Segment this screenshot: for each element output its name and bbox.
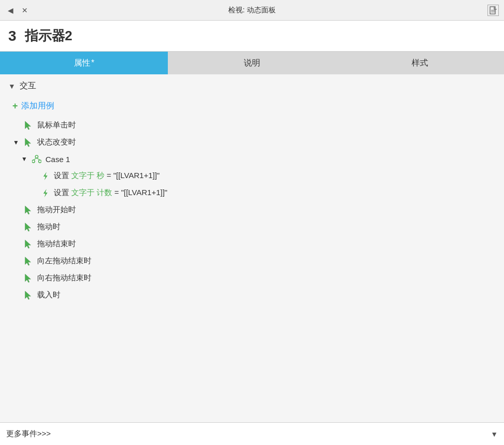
tree-item-case1[interactable]: ▼ Case 1 (0, 151, 504, 167)
svg-point-6 (32, 160, 35, 163)
svg-line-8 (34, 158, 37, 160)
svg-marker-11 (43, 189, 48, 197)
tree-label-drag-end: 拖动结束时 (37, 239, 76, 249)
action2-suffix: = "[[LVAR1+1]]" (112, 188, 167, 197)
tree-item-drag[interactable]: 拖动时 (0, 218, 504, 235)
svg-marker-10 (43, 172, 48, 180)
header-section: 3 指示器2 (0, 21, 504, 52)
title-bar: ◀ ✕ 检视: 动态面板 (0, 0, 504, 21)
cursor-icon-drag-start (24, 205, 33, 215)
action2-prefix: 设置 (54, 188, 71, 197)
svg-marker-14 (25, 240, 31, 248)
cursor-icon-drag (24, 223, 33, 232)
tree-label-load: 载入时 (37, 290, 60, 300)
svg-marker-4 (25, 138, 31, 146)
tab-description[interactable]: 说明 (168, 52, 336, 74)
more-events-button[interactable]: 更多事件>>> ▼ (6, 429, 498, 439)
svg-marker-15 (25, 257, 31, 265)
window: ◀ ✕ 检视: 动态面板 3 指示器2 属性 * 说明 样式 (0, 0, 504, 445)
tree-item-state-change[interactable]: ▼ 状态改变时 (0, 134, 504, 151)
add-use-case-button[interactable]: + 添加用例 (0, 98, 504, 115)
tree-item-action1[interactable]: 设置 文字于 秒 = "[[LVAR1+1]]" (0, 167, 504, 184)
bolt-icon-action1 (41, 171, 50, 181)
cursor-icon-mouse-click (24, 121, 33, 130)
cursor-icon-state-change (24, 138, 33, 147)
tree-label-drag: 拖动时 (37, 222, 60, 232)
cursor-icon-drag-right-end (24, 274, 33, 283)
expand-icon-case1: ▼ (21, 155, 28, 163)
svg-marker-12 (25, 205, 31, 214)
header-title: 指示器2 (25, 27, 72, 45)
window-title: 检视: 动态面板 (228, 6, 276, 15)
tree-label-drag-left-end: 向左拖动结束时 (37, 256, 91, 266)
close-button[interactable]: ✕ (20, 5, 30, 15)
svg-point-7 (39, 160, 41, 163)
svg-line-9 (37, 158, 40, 160)
network-icon-case1 (32, 154, 41, 164)
tab-description-label: 说明 (244, 58, 260, 69)
svg-point-5 (35, 155, 38, 158)
main-content: ▼ 交互 + 添加用例 鼠标单击时 ▼ 状态改变时 ▼ (0, 74, 504, 422)
add-icon: + (12, 101, 18, 112)
title-bar-controls: ◀ ✕ (5, 5, 30, 15)
tree-label-action1: 设置 文字于 秒 = "[[LVAR1+1]]" (54, 171, 160, 181)
section-chevron-icon: ▼ (8, 82, 15, 90)
add-use-case-label: 添加用例 (21, 101, 54, 112)
tree-label-mouse-click: 鼠标单击时 (37, 120, 76, 130)
tree-label-drag-right-end: 向右拖动结束时 (37, 273, 91, 283)
tab-properties-label: 属性 (74, 58, 90, 69)
tree-label-action2: 设置 文字于 计数 = "[[LVAR1+1]]" (54, 188, 167, 198)
bottom-bar: 更多事件>>> ▼ (0, 422, 504, 445)
document-icon[interactable] (487, 5, 499, 16)
cursor-icon-load (24, 291, 33, 300)
svg-marker-17 (25, 291, 31, 299)
bolt-icon-action2 (41, 188, 50, 198)
svg-marker-13 (25, 223, 31, 231)
dropdown-arrow-icon: ▼ (491, 430, 498, 438)
cursor-icon-drag-end (24, 240, 33, 249)
tree-item-load[interactable]: 载入时 (0, 287, 504, 304)
cursor-icon-drag-left-end (24, 257, 33, 266)
action1-suffix: = "[[LVAR1+1]]" (104, 171, 160, 180)
tree-item-drag-end[interactable]: 拖动结束时 (0, 235, 504, 252)
header-number: 3 (8, 28, 17, 44)
expand-icon-state-change: ▼ (12, 139, 20, 146)
back-button[interactable]: ◀ (5, 5, 15, 15)
tab-properties-asterisk: * (91, 58, 94, 68)
section-header-interaction[interactable]: ▼ 交互 (0, 74, 504, 98)
action2-highlight: 文字于 计数 (71, 188, 112, 197)
tree-item-drag-start[interactable]: 拖动开始时 (0, 201, 504, 218)
action1-highlight: 文字于 秒 (71, 171, 104, 180)
svg-marker-16 (25, 274, 31, 282)
svg-marker-3 (25, 121, 31, 129)
tabs-container: 属性 * 说明 样式 (0, 52, 504, 74)
tab-properties[interactable]: 属性 * (0, 52, 168, 74)
more-events-label: 更多事件>>> (6, 429, 51, 439)
tree-label-drag-start: 拖动开始时 (37, 205, 76, 215)
tree-item-drag-left-end[interactable]: 向左拖动结束时 (0, 252, 504, 269)
tree-item-mouse-click[interactable]: 鼠标单击时 (0, 117, 504, 134)
tree-label-case1: Case 1 (45, 155, 70, 164)
tab-style[interactable]: 样式 (336, 52, 504, 74)
tree-item-action2[interactable]: 设置 文字于 计数 = "[[LVAR1+1]]" (0, 184, 504, 201)
action1-prefix: 设置 (54, 171, 71, 180)
tree-label-state-change: 状态改变时 (37, 137, 76, 147)
section-label: 交互 (20, 81, 36, 91)
tab-style-label: 样式 (412, 58, 428, 69)
tree-item-drag-right-end[interactable]: 向右拖动结束时 (0, 269, 504, 287)
